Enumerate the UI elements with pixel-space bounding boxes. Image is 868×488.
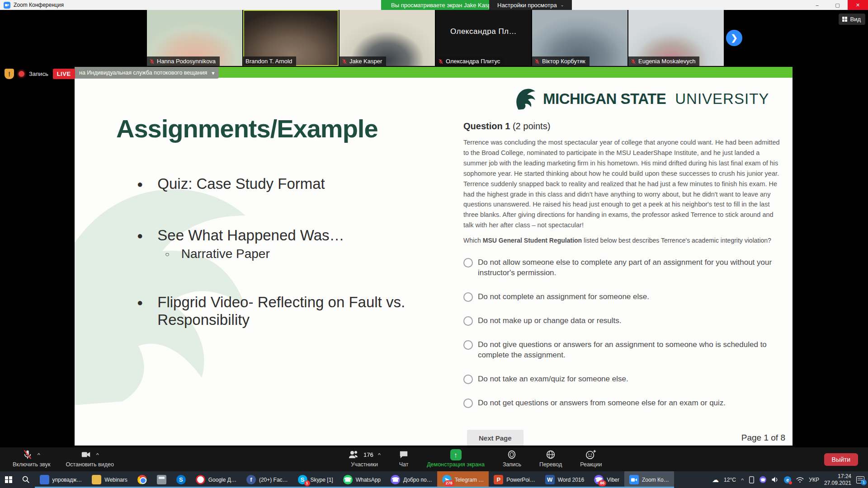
stream-destination-label: на Индивидуальная служба потокового веща… — [79, 70, 207, 76]
radio-button[interactable] — [463, 399, 473, 408]
next-participants-button[interactable]: ❯ — [726, 30, 742, 46]
chat-button[interactable]: Чат — [399, 449, 409, 468]
participants-icon — [348, 450, 359, 459]
answer-option[interactable]: Do not allow someone else to complete an… — [463, 258, 780, 278]
question-points: (2 points) — [510, 121, 550, 131]
taskbar-item-label: Zoom Ко… — [642, 477, 669, 483]
unmute-label: Включить звук — [13, 461, 50, 468]
participant-tile[interactable]: Віктор Корбутяк — [532, 10, 627, 66]
onedrive-cloud-icon[interactable]: ☁ — [712, 476, 719, 484]
record-button[interactable]: Запись — [503, 449, 521, 468]
answer-option[interactable]: Do not complete an assignment for someon… — [463, 292, 780, 302]
whatsapp-icon: ☎ — [343, 475, 353, 484]
radio-button[interactable] — [463, 258, 473, 267]
maximize-button[interactable]: ▢ — [827, 0, 848, 10]
shared-screen-content: Assignments/Example ● Quiz: Case Study F… — [75, 78, 793, 446]
muted-mic-icon — [342, 59, 347, 64]
volume-icon[interactable] — [771, 476, 779, 483]
radio-button[interactable] — [463, 340, 473, 350]
reactions-button[interactable]: Реакции — [580, 449, 602, 468]
minimize-button[interactable]: – — [807, 0, 827, 10]
taskbar-item-powerpoint[interactable]: P PowerPoi… — [489, 471, 540, 488]
radio-button[interactable] — [463, 375, 473, 384]
view-button[interactable]: Вид — [839, 14, 865, 25]
tray-temperature[interactable]: 12°C — [724, 477, 736, 483]
taskbar-item-webinars[interactable]: Webinars — [87, 471, 132, 488]
viber-badge: 86 — [598, 480, 606, 486]
tray-clock[interactable]: 17:24 27.09.2021 — [824, 473, 851, 487]
taskbar-item-label: Добро по… — [403, 477, 432, 483]
prompt-prefix: Which — [463, 237, 483, 244]
taskbar-item-whatsapp[interactable]: ☎ WhatsApp — [338, 471, 386, 488]
skype-badge: 1 — [304, 480, 310, 486]
participants-button[interactable]: 176 ^ Участники — [348, 449, 381, 468]
slide-bullet: ● See What Happened Was… — [137, 227, 426, 245]
taskbar-item-label: Telegram … — [455, 477, 484, 483]
taskbar-item-doc[interactable]: упровадж… — [35, 471, 87, 488]
participant-name: Hanna Podosynnikova — [157, 58, 216, 65]
phone-link-icon[interactable] — [749, 476, 755, 483]
answer-option[interactable]: Do not give questions or answers for an … — [463, 340, 780, 361]
answer-option[interactable]: Do not get questions or answers from som… — [463, 398, 780, 408]
option-label: Do not take an exam/quiz for someone els… — [478, 374, 628, 385]
participant-tile[interactable]: Eugenia Moskalevych — [628, 10, 724, 66]
taskbar-item-word[interactable]: W Word 2016 — [540, 471, 589, 488]
taskbar-item-skype-business[interactable]: S — [171, 471, 191, 488]
taskbar-item-label: Viber — [607, 477, 619, 483]
taskbar-item-skype[interactable]: S1 Skype [1] — [293, 471, 338, 488]
taskbar-item-label: упровадж… — [52, 477, 82, 483]
close-button[interactable]: ✕ — [848, 0, 868, 10]
globe-icon — [546, 450, 556, 460]
stop-video-button[interactable]: ^ Остановить видео — [66, 449, 114, 468]
tray-date: 27.09.2021 — [824, 480, 851, 487]
taskbar-item-opera[interactable]: Google Д… — [191, 471, 241, 488]
window-controls: – ▢ ✕ — [807, 0, 868, 10]
system-tray: ☁ 12°C ^ ☎ e УКР 17:24 27.09.2021 1 — [712, 471, 868, 488]
search-button[interactable] — [17, 471, 35, 488]
view-button-label: Вид — [850, 16, 861, 23]
chevron-up-icon[interactable]: ^ — [378, 452, 381, 457]
leave-meeting-button[interactable]: Выйти — [824, 453, 858, 466]
participant-tile-active-speaker[interactable]: Brandon T. Arnold — [243, 10, 339, 66]
participant-tile-no-video[interactable]: Олександра Пл… Олександра Плитус — [436, 10, 531, 66]
participant-name: Jake Kasper — [349, 58, 382, 65]
answer-option[interactable]: Do not make up or change data or results… — [463, 316, 780, 326]
view-settings-button[interactable]: Настройки просмотра ⌄ — [489, 0, 572, 10]
translate-button[interactable]: Перевод — [539, 449, 562, 468]
tray-chevron-up-icon[interactable]: ^ — [741, 478, 744, 482]
chat-label: Чат — [399, 461, 409, 468]
taskbar-item-zoom[interactable]: Zoom Ко… — [624, 471, 674, 488]
taskbar-item-facebook[interactable]: f (20+) Fac… — [241, 471, 293, 488]
next-page-button[interactable]: Next Page — [467, 430, 524, 446]
calculator-icon — [157, 475, 166, 484]
participant-tile[interactable]: Jake Kasper — [340, 10, 435, 66]
chevron-up-icon[interactable]: ^ — [96, 452, 99, 457]
taskbar-item-viber-chat[interactable]: ☎ Добро по… — [386, 471, 437, 488]
quiz-page: MICHIGAN STATE UNIVERSITY Question 1 (2 … — [462, 78, 793, 446]
viber-tray-icon[interactable]: ☎ — [760, 476, 766, 483]
radio-button[interactable] — [463, 292, 473, 302]
participant-tile[interactable]: Hanna Podosynnikova — [147, 10, 242, 66]
unmute-button[interactable]: ^ Включить звук — [13, 449, 50, 468]
network-icon[interactable] — [796, 477, 804, 483]
tray-language[interactable]: УКР — [809, 477, 819, 483]
msu-logo-light-text: UNIVERSITY — [675, 90, 769, 108]
bullet-icon: ● — [137, 294, 143, 329]
chevron-up-icon[interactable]: ^ — [37, 452, 40, 457]
radio-button[interactable] — [463, 316, 473, 326]
stream-destination-tooltip[interactable]: на Индивидуальная служба потокового веща… — [75, 67, 219, 79]
window-titlebar: Zoom Конференция Вы просматриваете экран… — [0, 0, 868, 10]
start-button[interactable] — [0, 471, 17, 488]
taskbar-item-viber[interactable]: ☎86 Viber — [589, 471, 624, 488]
question-paragraph: Terrence was concluding the most spectac… — [463, 137, 783, 230]
taskbar-item-calculator[interactable] — [152, 471, 171, 488]
answer-option[interactable]: Do not take an exam/quiz for someone els… — [463, 374, 780, 385]
security-shield-icon[interactable]: ! — [5, 69, 14, 79]
action-center-icon[interactable]: 1 — [856, 476, 864, 483]
option-label: Do not allow someone else to complete an… — [478, 258, 774, 278]
gallery-view-icon — [842, 17, 847, 22]
taskbar-item-telegram[interactable]: ➤278 Telegram … — [437, 471, 489, 488]
share-screen-button[interactable]: ↑ Демонстрация экрана — [427, 449, 485, 468]
taskbar-item-chrome[interactable] — [132, 471, 152, 488]
notification-app-icon[interactable]: e — [784, 476, 791, 483]
